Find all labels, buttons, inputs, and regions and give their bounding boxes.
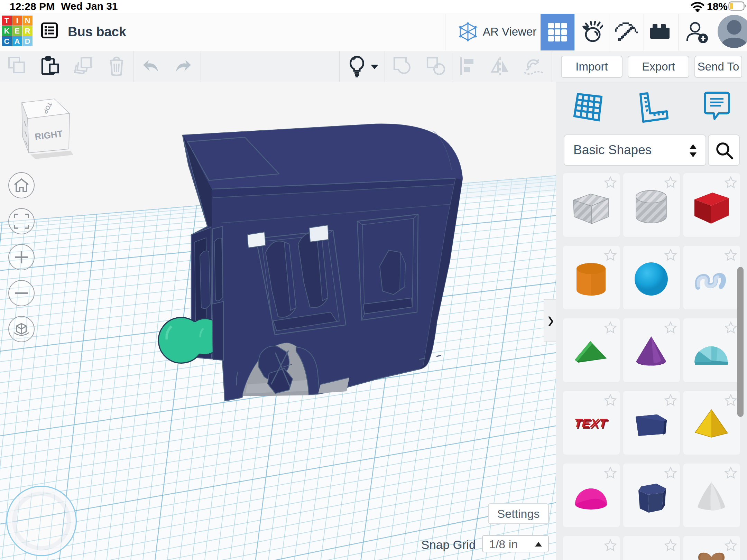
svg-text:TEXT: TEXT — [572, 417, 609, 430]
